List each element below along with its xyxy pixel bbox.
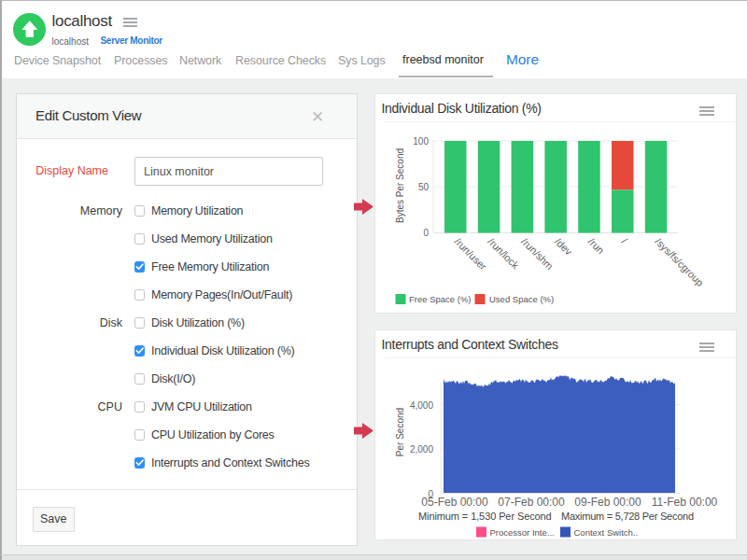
svg-text:0: 0	[423, 228, 429, 238]
svg-text:Free Space (%): Free Space (%)	[409, 294, 472, 304]
svg-text:Maximum = 5,728 Per Second: Maximum = 5,728 Per Second	[561, 511, 694, 522]
svg-text:Minimum = 1,530 Per Second: Minimum = 1,530 Per Second	[418, 511, 552, 522]
svg-text:2,000: 2,000	[410, 444, 433, 455]
svg-text:/run/shm: /run/shm	[519, 235, 556, 272]
svg-text:/run/user: /run/user	[453, 235, 489, 272]
svg-text:05-Feb 00:00: 05-Feb 00:00	[421, 496, 488, 509]
svg-text:Processor Inte...: Processor Inte...	[490, 527, 555, 538]
svg-text:/sys/fs/cgroup: /sys/fs/cgroup	[653, 235, 705, 287]
svg-text:100: 100	[413, 136, 429, 147]
svg-text:/: /	[620, 235, 630, 245]
svg-text:/run: /run	[586, 235, 607, 256]
svg-text:Context Switch..: Context Switch..	[574, 527, 639, 538]
svg-text:07-Feb 00:00: 07-Feb 00:00	[498, 496, 565, 509]
svg-text:/dev: /dev	[553, 235, 575, 258]
svg-text:09-Feb 00:00: 09-Feb 00:00	[574, 496, 641, 509]
svg-text:50: 50	[418, 182, 430, 192]
svg-text:Used Space (%): Used Space (%)	[489, 294, 554, 304]
svg-text:11-Feb 00:00: 11-Feb 00:00	[652, 496, 718, 509]
svg-text:4,000: 4,000	[410, 400, 433, 411]
svg-text:/run/lock: /run/lock	[486, 235, 521, 271]
svg-text:Per Second: Per Second	[395, 408, 405, 456]
svg-text:Bytes Per Second: Bytes Per Second	[395, 148, 405, 223]
